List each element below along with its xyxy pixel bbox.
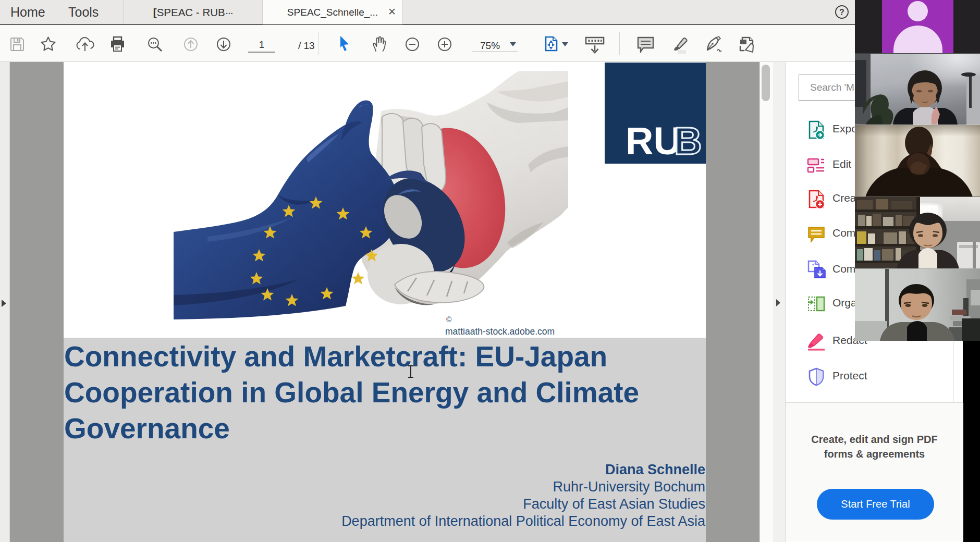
svg-text:B: B xyxy=(674,119,702,163)
svg-text:RU: RU xyxy=(626,119,681,163)
svg-text:?: ? xyxy=(839,8,844,17)
